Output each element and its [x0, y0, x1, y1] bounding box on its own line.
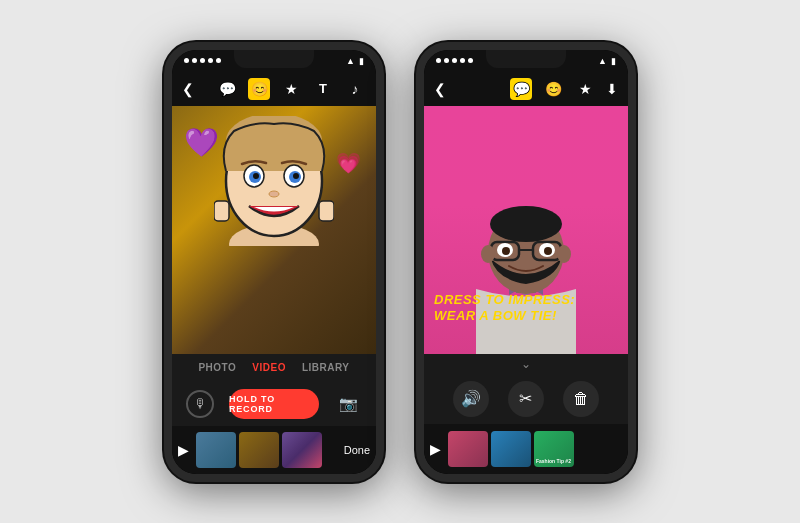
hold-to-record-button[interactable]: HOLD TO RECORD: [229, 389, 319, 419]
phone-right: 9:41 AM ▲ ▮ ❮ 💬 😊 ★ ⬇: [416, 42, 636, 482]
play-button-left[interactable]: ▶: [178, 442, 189, 458]
status-icons-right: ▲ ▮: [598, 56, 616, 66]
toolbar-right: ❮ 💬 😊 ★ ⬇: [424, 72, 628, 106]
battery-icon: ▮: [359, 56, 364, 66]
back-button-left[interactable]: ❮: [182, 81, 194, 97]
svg-point-28: [481, 245, 495, 263]
filmstrip-left: ▶ Done: [172, 426, 376, 474]
tabs-left: PHOTO VIDEO LIBRARY: [172, 354, 376, 382]
trash-button[interactable]: 🗑: [563, 381, 599, 417]
cartoon-face: [214, 116, 334, 246]
speaker-button[interactable]: 🔊: [453, 381, 489, 417]
svg-point-27: [544, 247, 552, 255]
signal-dots-right: [436, 58, 473, 63]
toolbar-left: ❮ 💬 😊 ★ T ♪: [172, 72, 376, 106]
emoji-icon-right[interactable]: 😊: [542, 78, 564, 100]
signal-dot: [460, 58, 465, 63]
scissors-button[interactable]: ✂: [508, 381, 544, 417]
signal-dot: [216, 58, 221, 63]
back-button-right[interactable]: ❮: [434, 81, 446, 97]
film-thumb-2[interactable]: [239, 432, 279, 468]
svg-point-18: [490, 206, 562, 242]
svg-point-29: [557, 245, 571, 263]
overlay-text-line2: WEAR A BOW TIE!: [434, 308, 618, 324]
status-icons-left: ▲ ▮: [346, 56, 364, 66]
camera-bg-left: 💜 💗: [172, 106, 376, 354]
signal-dot: [184, 58, 189, 63]
action-bar-right: 🔊 ✂ 🗑: [424, 374, 628, 424]
chevron-down-indicator[interactable]: ⌄: [424, 354, 628, 374]
svg-rect-11: [214, 201, 229, 221]
film-thumb-1[interactable]: [196, 432, 236, 468]
screen-left: 9:41 AM ▲ ▮ ❮ 💬 😊 ★ T ♪ 💜 💗: [172, 50, 376, 474]
signal-dot: [192, 58, 197, 63]
film-thumb-r3[interactable]: Fashion Tip #2: [534, 431, 574, 467]
signal-dots-left: [184, 58, 221, 63]
signal-dot: [208, 58, 213, 63]
filmstrip-right: ▶ Fashion Tip #2: [424, 424, 628, 474]
music-icon[interactable]: ♪: [344, 78, 366, 100]
signal-dot: [468, 58, 473, 63]
tab-library[interactable]: LIBRARY: [302, 362, 350, 373]
text-icon[interactable]: T: [312, 78, 334, 100]
toolbar-icons-right: 💬 😊 ★ ⬇: [510, 78, 618, 100]
svg-rect-12: [319, 201, 334, 221]
svg-point-9: [293, 173, 299, 179]
wifi-icon: ▲: [598, 56, 607, 66]
camera-flip-button[interactable]: 📷: [334, 390, 362, 418]
play-button-right[interactable]: ▶: [430, 441, 441, 457]
signal-dot: [200, 58, 205, 63]
film-thumb-r2[interactable]: [491, 431, 531, 467]
star-icon-right[interactable]: ★: [574, 78, 596, 100]
speech-bubble-icon-right[interactable]: 💬: [510, 78, 532, 100]
pink-heart-emoji: 💗: [336, 151, 361, 175]
svg-point-25: [502, 247, 510, 255]
svg-point-8: [253, 173, 259, 179]
signal-dot: [436, 58, 441, 63]
film-thumb-label: Fashion Tip #2: [536, 459, 572, 465]
film-thumb-3[interactable]: [282, 432, 322, 468]
toolbar-icons-left: 💬 😊 ★ T ♪: [216, 78, 366, 100]
screen-right: 9:41 AM ▲ ▮ ❮ 💬 😊 ★ ⬇: [424, 50, 628, 474]
speech-bubble-icon[interactable]: 💬: [216, 78, 238, 100]
star-icon[interactable]: ★: [280, 78, 302, 100]
signal-dot: [444, 58, 449, 63]
person-silhouette: [461, 194, 591, 354]
phone-top-bar-left: [234, 50, 314, 68]
emoji-icon[interactable]: 😊: [248, 78, 270, 100]
svg-point-10: [269, 191, 279, 197]
camera-view-right: DRESS TO IMPRESS: WEAR A BOW TIE!: [424, 106, 628, 354]
battery-icon: ▮: [611, 56, 616, 66]
camera-view-left: 💜 💗: [172, 106, 376, 354]
download-icon[interactable]: ⬇: [606, 81, 618, 97]
camera-bg-right: DRESS TO IMPRESS: WEAR A BOW TIE!: [424, 106, 628, 354]
record-bar: 🎙 HOLD TO RECORD 📷: [172, 382, 376, 426]
done-label[interactable]: Done: [344, 444, 370, 456]
tab-photo[interactable]: PHOTO: [198, 362, 236, 373]
film-thumb-r1[interactable]: [448, 431, 488, 467]
signal-dot: [452, 58, 457, 63]
overlay-text-box: DRESS TO IMPRESS: WEAR A BOW TIE!: [434, 292, 618, 323]
phone-top-bar-right: [486, 50, 566, 68]
overlay-text-line1: DRESS TO IMPRESS:: [434, 292, 618, 308]
tab-video[interactable]: VIDEO: [252, 362, 286, 373]
wifi-icon: ▲: [346, 56, 355, 66]
mic-button[interactable]: 🎙: [186, 390, 214, 418]
phone-left: 9:41 AM ▲ ▮ ❮ 💬 😊 ★ T ♪ 💜 💗: [164, 42, 384, 482]
